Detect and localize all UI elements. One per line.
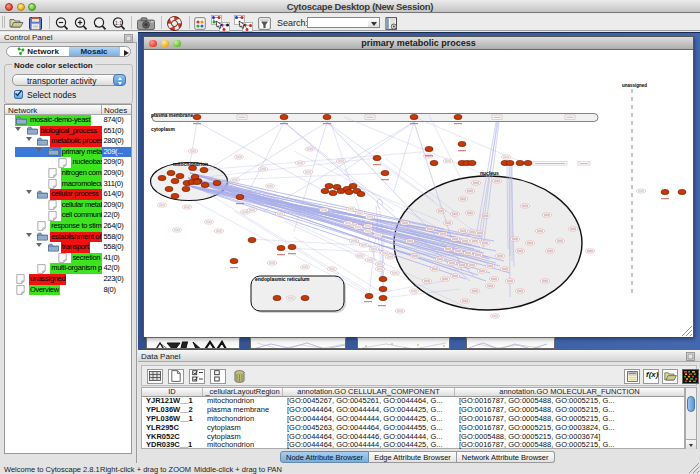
svg-text:mitochondrion: mitochondrion [173, 161, 208, 167]
svg-text:cytoplasm: cytoplasm [151, 127, 175, 132]
svg-text:1:1: 1:1 [115, 20, 122, 26]
svg-text:plasma membrane: plasma membrane [151, 113, 193, 118]
svg-text:nucleus: nucleus [480, 170, 499, 176]
svg-text:unassigned: unassigned [622, 83, 647, 88]
svg-text:endoplasmic reticulum: endoplasmic reticulum [255, 276, 310, 282]
